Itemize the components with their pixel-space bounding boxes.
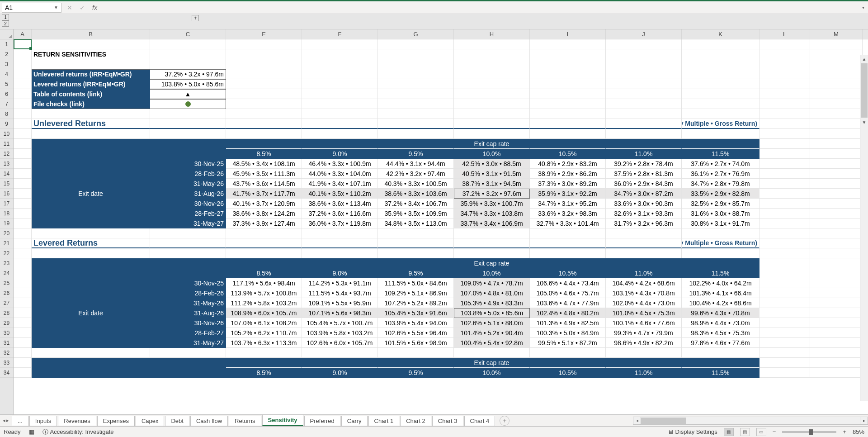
axis-row-label[interactable] [32,209,150,218]
sensitivity-value[interactable]: 40.8% • 2.9x • 83.2m [530,159,606,169]
sensitivity-value[interactable]: 32.6% • 3.1x • 93.3m [606,209,682,218]
cap-rate-header[interactable]: 9.0% [302,268,378,278]
sensitivity-value[interactable]: 43.7% • 3.6x • 114.5m [226,179,302,189]
sensitivity-value[interactable]: 40.5% • 3.1x • 91.5m [454,169,530,179]
cell[interactable] [810,218,863,228]
fx-icon[interactable]: fx [92,4,97,11]
exit-date[interactable]: 30-Nov-25 [150,278,226,288]
cell[interactable] [810,328,863,338]
cell[interactable] [682,39,760,49]
cell[interactable] [150,149,226,159]
sensitivity-value[interactable]: 114.2% • 5.3x • 91.1m [302,278,378,288]
cell[interactable] [682,248,760,258]
cell[interactable] [226,228,302,238]
cell[interactable] [682,258,760,268]
sensitivity-value[interactable]: 37.6% • 2.7x • 74.0m [682,159,760,169]
sheet-tab[interactable]: Expenses [97,416,135,426]
cap-rate-header[interactable]: 11.5% [682,268,760,278]
cell[interactable] [810,338,863,348]
sensitivity-value[interactable]: 102.4% • 4.8x • 80.2m [530,308,606,318]
cell[interactable] [150,268,226,278]
cell[interactable] [32,348,150,358]
cell[interactable] [14,258,32,268]
sensitivity-value[interactable]: 100.1% • 4.6x • 77.6m [606,318,682,328]
column-header[interactable]: H [454,29,530,39]
cell[interactable] [810,79,863,89]
sheet-tab[interactable]: Chart 3 [432,416,463,426]
cell[interactable] [606,248,682,258]
cell[interactable] [378,69,454,79]
cell[interactable] [606,139,682,149]
sensitivity-value[interactable]: 44.4% • 3.1x • 94.4m [378,159,454,169]
row-header[interactable]: 3 [0,59,13,69]
cell[interactable] [606,59,682,69]
cell[interactable] [606,119,682,129]
exit-date[interactable]: 31-Aug-26 [150,189,226,199]
cell[interactable] [150,228,226,238]
axis-row-label[interactable] [32,159,150,169]
cell[interactable] [226,119,302,129]
accessibility-status[interactable]: ⓘAccessibility: Investigate [42,428,114,436]
cell[interactable] [14,59,32,69]
sensitivity-value[interactable]: 31.6% • 3.0x • 88.7m [682,209,760,218]
cell[interactable] [378,59,454,69]
sensitivity-value[interactable]: 102.6% • 6.0x • 105.7m [302,338,378,348]
cell[interactable] [302,238,378,248]
cap-rate-header[interactable]: 9.0% [302,368,378,378]
row-header[interactable]: 5 [0,79,13,89]
sheet-tab[interactable]: Revenues [58,416,96,426]
cap-rate-header[interactable]: 10.0% [454,268,530,278]
cell[interactable] [606,228,682,238]
cell[interactable] [760,99,810,109]
cell[interactable] [682,348,760,358]
cell[interactable] [14,298,32,308]
cell[interactable] [682,59,760,69]
sensitivity-value[interactable]: 111.2% • 5.8x • 103.2m [226,298,302,308]
cell[interactable] [530,79,606,89]
cell[interactable] [760,368,810,378]
cell[interactable] [14,318,32,328]
sensitivity-value[interactable]: 99.6% • 4.3x • 70.8m [682,308,760,318]
cell[interactable] [14,39,32,49]
cell[interactable] [810,119,863,129]
cell[interactable] [760,169,810,179]
cell[interactable] [378,119,454,129]
sensitivity-value[interactable]: 38.6% • 3.3x • 103.6m [378,189,454,199]
sheet-tab[interactable]: Cash flow [190,416,228,426]
cell[interactable] [14,179,32,189]
sensitivity-value[interactable]: 113.9% • 5.7x • 100.8m [226,288,302,298]
cell[interactable] [32,139,150,149]
cell[interactable] [454,79,530,89]
sheet-tab[interactable]: Inputs [29,416,57,426]
cell[interactable] [810,179,863,189]
cell[interactable] [32,39,150,49]
cell[interactable] [226,348,302,358]
cell[interactable] [226,358,302,368]
cell[interactable] [760,49,810,59]
cap-rate-header[interactable]: 9.5% [378,149,454,159]
row-header[interactable]: 30 [0,328,13,338]
axis-row-label[interactable] [32,328,150,338]
row-header[interactable]: 1 [0,39,13,49]
cell[interactable] [760,318,810,328]
cell[interactable] [810,228,863,238]
cell[interactable] [530,258,606,268]
cell[interactable] [606,39,682,49]
cell[interactable] [150,129,226,139]
select-all-corner[interactable] [0,29,13,39]
cap-rate-header[interactable]: 8.5% [226,268,302,278]
sensitivity-value[interactable]: 37.2% • 3.4x • 106.7m [378,199,454,209]
cap-rate-header[interactable]: 10.5% [530,149,606,159]
sensitivity-value[interactable]: 41.9% • 3.4x • 107.1m [302,179,378,189]
cell[interactable] [810,69,863,79]
cell[interactable] [606,79,682,89]
cell[interactable] [14,348,32,358]
cell[interactable] [760,89,810,99]
cell[interactable] [150,348,226,358]
sensitivity-value[interactable]: 111.5% • 5.0x • 84.6m [378,278,454,288]
cell[interactable] [454,348,530,358]
row-header[interactable]: 18 [0,209,13,218]
sensitivity-value[interactable]: 111.5% • 5.4x • 93.7m [302,288,378,298]
scroll-up-icon[interactable]: ▲ [860,55,868,63]
cell[interactable] [378,348,454,358]
